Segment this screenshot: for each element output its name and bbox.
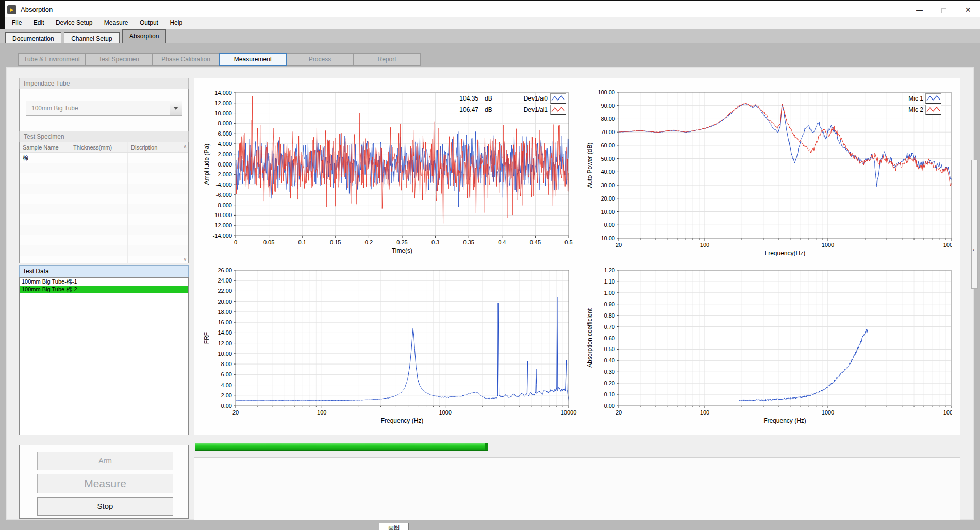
minimize-button[interactable]: — (907, 2, 932, 18)
svg-text:0.35: 0.35 (463, 239, 474, 245)
table-row-empty[interactable] (20, 184, 188, 194)
svg-text:0.5: 0.5 (564, 239, 572, 245)
svg-text:1000: 1000 (822, 242, 834, 248)
legend-item[interactable]: Dev1/ai1 (510, 105, 566, 115)
svg-text:1000: 1000 (822, 409, 834, 416)
table-row-empty[interactable] (20, 214, 188, 225)
sub-tab-bar: Tube & Environment Test Specimen Phase C… (19, 53, 421, 66)
table-row-empty[interactable] (20, 163, 188, 173)
close-button[interactable]: ✕ (956, 2, 980, 18)
cell-discription (128, 153, 188, 163)
legend-line-icon (550, 105, 566, 115)
stop-button[interactable]: Stop (37, 497, 173, 516)
maximize-icon (941, 8, 946, 13)
menu-output[interactable]: Output (135, 17, 163, 29)
svg-text:-14.000: -14.000 (213, 233, 232, 239)
dropdown-button[interactable] (170, 101, 182, 115)
chart-frf: 2010010001000026.0024.0022.0020.0018.001… (197, 255, 581, 430)
legend-line-icon (925, 105, 941, 115)
measurement-panel: Impendace Tube 100mm Big Tube Test Speci… (6, 67, 974, 520)
legend-label: Dev1/ai0 (510, 93, 548, 104)
window-edge (0, 0, 5, 29)
actions-group: Arm Measure Stop (19, 445, 189, 519)
subtab-process[interactable]: Process (286, 53, 354, 66)
table-row-empty[interactable] (20, 204, 188, 214)
list-item[interactable]: 100mm Big Tube-棉-1 (20, 278, 188, 286)
svg-text:4.000: 4.000 (218, 141, 232, 147)
svg-text:1000: 1000 (439, 409, 451, 416)
level-readout: 104.35dB (455, 93, 492, 104)
svg-text:1.20: 1.20 (604, 267, 615, 273)
svg-text:-8.000: -8.000 (216, 202, 232, 208)
table-row-empty[interactable] (20, 194, 188, 204)
svg-text:100: 100 (700, 409, 709, 416)
svg-text:-10.00: -10.00 (599, 235, 615, 241)
measure-button[interactable]: Measure (37, 474, 173, 493)
test-specimen-table[interactable]: Sample Name Thickness(mm) Discription 棉 … (20, 142, 188, 263)
svg-text:14.000: 14.000 (214, 90, 232, 96)
legend-item[interactable]: Mic 2 (890, 105, 941, 115)
svg-text:10000: 10000 (943, 409, 952, 416)
bottom-paint-tab[interactable]: 画图 (379, 523, 409, 530)
svg-text:80.00: 80.00 (601, 115, 615, 122)
maximize-button[interactable] (932, 2, 956, 18)
svg-text:0.30: 0.30 (604, 369, 615, 375)
svg-text:22.00: 22.00 (218, 288, 232, 294)
svg-text:0.40: 0.40 (604, 357, 615, 363)
subtab-test-specimen[interactable]: Test Specimen (85, 53, 153, 66)
table-row-empty[interactable] (20, 235, 188, 245)
svg-text:20: 20 (616, 242, 622, 248)
column-header-thickness: Thickness(mm) (70, 142, 128, 152)
menu-help[interactable]: Help (165, 17, 187, 29)
tab-absorption[interactable]: Absorption (122, 29, 166, 43)
svg-text:100: 100 (700, 242, 709, 248)
collapse-left-icon: ‹ (973, 247, 974, 253)
svg-text:0: 0 (234, 239, 237, 245)
subtab-tube-environment[interactable]: Tube & Environment (18, 53, 86, 66)
svg-text:0.4: 0.4 (498, 239, 506, 245)
test-data-list[interactable]: 100mm Big Tube-棉-1 100mm Big Tube-棉-2 (19, 277, 189, 435)
svg-text:0.15: 0.15 (330, 239, 341, 245)
arm-button[interactable]: Arm (37, 452, 173, 470)
svg-text:16.00: 16.00 (218, 319, 232, 325)
list-item-selected[interactable]: 100mm Big Tube-棉-2 (20, 286, 188, 293)
subtab-report[interactable]: Report (353, 53, 421, 66)
svg-text:-10.000: -10.000 (213, 212, 232, 218)
svg-text:1.10: 1.10 (604, 278, 615, 285)
menu-device-setup[interactable]: Device Setup (51, 17, 97, 29)
title-bar: ▶ Absorption — ✕ (0, 0, 980, 17)
scroll-up-icon[interactable]: ∧ (183, 144, 187, 149)
svg-text:18.00: 18.00 (218, 309, 232, 315)
scroll-down-icon[interactable]: ∨ (183, 257, 187, 262)
svg-text:0.60: 0.60 (604, 335, 615, 341)
table-row[interactable]: 棉 (20, 153, 188, 163)
table-row-empty[interactable] (20, 256, 188, 263)
svg-text:60.00: 60.00 (601, 142, 615, 148)
menu-edit[interactable]: Edit (29, 17, 49, 29)
svg-text:12.00: 12.00 (218, 340, 232, 346)
menu-file[interactable]: File (7, 17, 26, 29)
table-row-empty[interactable] (20, 173, 188, 184)
subtab-phase-calibration[interactable]: Phase Calibration (152, 53, 220, 66)
subtab-measurement[interactable]: Measurement (219, 53, 287, 66)
panel-collapse-handle[interactable]: ‹ (971, 160, 978, 289)
svg-text:2.00: 2.00 (221, 392, 232, 399)
status-panel (194, 457, 960, 520)
svg-text:50.00: 50.00 (601, 156, 615, 162)
svg-text:0.3: 0.3 (431, 239, 439, 245)
legend-item[interactable]: Dev1/ai0 (510, 93, 566, 104)
readout-value: 104.35 (455, 93, 478, 104)
table-row-empty[interactable] (20, 225, 188, 235)
svg-text:-2.000: -2.000 (216, 171, 232, 177)
legend-item[interactable]: Mic 1 (890, 93, 941, 104)
svg-text:0.90: 0.90 (604, 301, 615, 307)
svg-text:-12.000: -12.000 (213, 222, 232, 228)
svg-text:0.00: 0.00 (604, 222, 615, 228)
menu-measure[interactable]: Measure (99, 17, 133, 29)
cell-sample-name: 棉 (20, 153, 70, 163)
test-specimen-section: Sample Name Thickness(mm) Discription 棉 … (19, 142, 189, 263)
menu-bar: File Edit Device Setup Measure Output He… (0, 17, 980, 29)
svg-text:10.00: 10.00 (601, 209, 615, 215)
table-row-empty[interactable] (20, 245, 188, 256)
impedance-tube-dropdown[interactable]: 100mm Big Tube (26, 101, 182, 116)
